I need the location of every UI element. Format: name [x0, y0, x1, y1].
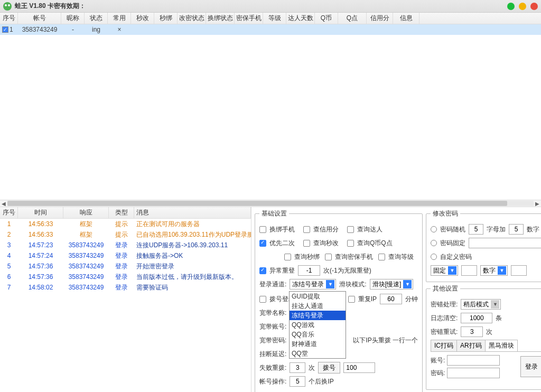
chk-mibao[interactable] [325, 254, 332, 260]
opt-qqtang[interactable]: QQ堂 [290, 349, 346, 358]
inp-shibai[interactable] [290, 362, 305, 373]
chevron-down-icon: ▼ [491, 300, 499, 309]
col-qb[interactable]: Q币 [315, 13, 338, 24]
cell-seq: ✓1 [0, 26, 18, 33]
log-col-msg[interactable]: 消息 [134, 207, 251, 218]
log-row[interactable]: 214:56:33框架提示已自动选用106.39.203.11作为UDP登录服.… [0, 229, 251, 240]
col-gaimi[interactable]: 改密状态 [178, 13, 206, 24]
log-row[interactable]: 414:57:243583743249登录接触服务器->OK [0, 250, 251, 261]
sel-micuo[interactable]: 稍后模式▼ [461, 299, 501, 310]
inp-acctop[interactable] [290, 376, 305, 387]
col-mibao[interactable]: 密保手机 [235, 13, 263, 24]
log-col-seq[interactable]: 序号 [0, 207, 18, 218]
basic-legend: 基础设置 [259, 209, 289, 218]
chk-qbqd[interactable] [347, 240, 354, 247]
btn-login[interactable]: 登录 [520, 356, 541, 377]
opt-daren[interactable]: 挂达人通道 [290, 301, 346, 311]
log-col-type[interactable]: 类型 [109, 207, 134, 218]
pwd-settings: 修改密码 密码随机 字母加 数字 密码固定 自定义密码 固定▼ [426, 209, 541, 282]
app-title: 蛙王 V1.80 卡密有效期： [15, 2, 86, 11]
chevron-down-icon: ▼ [326, 280, 334, 288]
chk-youxian[interactable] [259, 240, 266, 247]
col-daren[interactable]: 达人天数 [286, 13, 315, 24]
scroll-right-icon[interactable]: ▶ [534, 200, 541, 207]
channel-dropdown[interactable]: GUID提取 挂达人通道 冻结号登录 QQ游戏 QQ音乐 财神通道 QQ堂 [289, 291, 346, 359]
log-col-resp[interactable]: 响应 [63, 207, 109, 218]
h-scrollbar[interactable]: ◀ ▶ [0, 200, 541, 207]
sel-slide[interactable]: 滑块[慢速]▼ [370, 279, 414, 290]
settings-pane: 基础设置 换绑手机 查信用分 查询达人 优先二次 查询秒改 查询Q币Q点 占 查… [251, 207, 541, 392]
close-button[interactable] [530, 3, 538, 10]
chk-repeat-ip[interactable] [348, 296, 355, 303]
inp-repeat-min[interactable] [380, 294, 402, 304]
tab-ar[interactable]: AR打码 [456, 340, 486, 351]
col-miaogai[interactable]: 秒改 [131, 13, 154, 24]
col-miaobang[interactable]: 秒绑 [154, 13, 178, 24]
inp-rand1[interactable] [469, 224, 483, 235]
tab-ic[interactable]: IC打码 [431, 340, 457, 351]
log-body[interactable]: 114:56:33框架提示正在测试可用の服务器214:56:33框架提示已自动选… [0, 219, 251, 391]
log-row[interactable]: 114:56:33框架提示正在测试可用の服务器 [0, 219, 251, 229]
chevron-down-icon: ▼ [403, 280, 412, 288]
chk-daren[interactable] [347, 226, 354, 233]
captcha-tabs: IC打码 AR打码 黑马滑块 [431, 340, 541, 352]
log-row[interactable]: 614:57:363583743249登录当前版本过低，请升级到最新版本。 [0, 272, 251, 282]
cell-nick: - [61, 26, 85, 33]
chk-yichang[interactable] [259, 267, 266, 274]
opt-qqmusic[interactable]: QQ音乐 [290, 330, 346, 339]
col-status[interactable]: 状态 [85, 13, 108, 24]
row-checkbox[interactable]: ✓ [2, 26, 8, 33]
col-qd[interactable]: Q点 [338, 13, 367, 24]
log-row[interactable]: 514:57:363583743249登录开始泄密登录 [0, 261, 251, 272]
col-level[interactable]: 等级 [263, 13, 286, 24]
log-row[interactable]: 714:58:023583743249登录需要验证码 [0, 282, 251, 293]
col-huanbang[interactable]: 换绑状态 [206, 13, 235, 24]
sel-custom1[interactable]: 固定▼ [431, 265, 458, 276]
radio-fixed[interactable] [431, 240, 437, 246]
col-changyong[interactable]: 常用 [108, 13, 131, 24]
inp-retry[interactable] [461, 326, 483, 337]
col-nick[interactable]: 昵称 [61, 13, 85, 24]
opt-guid[interactable]: GUID提取 [290, 292, 346, 301]
log-col-time[interactable]: 时间 [18, 207, 63, 218]
inp-captcha-acct[interactable] [447, 355, 500, 366]
col-info[interactable]: 信息 [393, 13, 419, 24]
inp-logclear[interactable] [461, 313, 492, 323]
inp-captcha-pwd[interactable] [447, 368, 500, 378]
inp-fixed-pwd[interactable] [469, 238, 541, 248]
opt-caishen[interactable]: 财神通道 [290, 339, 346, 349]
chevron-down-icon: ▼ [448, 266, 456, 275]
scroll-thumb[interactable] [7, 201, 507, 206]
inp-custom2[interactable] [511, 265, 527, 276]
chk-dengji[interactable] [378, 254, 385, 260]
radio-custom[interactable] [431, 254, 437, 260]
log-header: 序号 时间 响应 类型 消息 [0, 207, 251, 219]
inp-yichang[interactable] [298, 265, 320, 276]
main-table-body[interactable]: ✓1 3583743249 - ing × [0, 24, 541, 200]
chk-xinyong[interactable] [303, 226, 310, 233]
table-row[interactable]: ✓1 3583743249 - ing × [0, 24, 541, 35]
maximize-button[interactable] [519, 3, 526, 10]
col-acct[interactable]: 帐号 [18, 13, 61, 24]
tab-heima[interactable]: 黑马滑块 [485, 340, 518, 351]
chk-miaobang[interactable] [284, 254, 291, 260]
sel-channel[interactable]: 冻结号登录▼ [290, 279, 336, 290]
inp-custom1[interactable] [461, 265, 477, 276]
minimize-button[interactable] [507, 3, 515, 10]
log-row[interactable]: 314:57:233583743249登录连接UDP服务器->106.39.20… [0, 240, 251, 250]
opt-dongjie[interactable]: 冻结号登录 [290, 311, 346, 320]
inp-rand2[interactable] [509, 224, 524, 235]
inp-ip-list[interactable] [343, 362, 375, 373]
chk-huanbang[interactable] [259, 226, 266, 233]
opt-qqgame[interactable]: QQ游戏 [290, 320, 346, 330]
chk-miaogai[interactable] [303, 240, 310, 247]
pwd-legend: 修改密码 [431, 209, 460, 218]
btn-bohao[interactable]: 拨号 [318, 362, 340, 374]
radio-random[interactable] [431, 226, 437, 232]
col-credit[interactable]: 信用分 [367, 13, 393, 24]
log-pane: 序号 时间 响应 类型 消息 114:56:33框架提示正在测试可用の服务器21… [0, 207, 251, 392]
col-seq[interactable]: 序号 [0, 13, 18, 24]
sel-custom2[interactable]: 数字▼ [480, 265, 508, 276]
scroll-left-icon[interactable]: ◀ [0, 200, 7, 207]
chk-bohao[interactable] [259, 296, 266, 303]
